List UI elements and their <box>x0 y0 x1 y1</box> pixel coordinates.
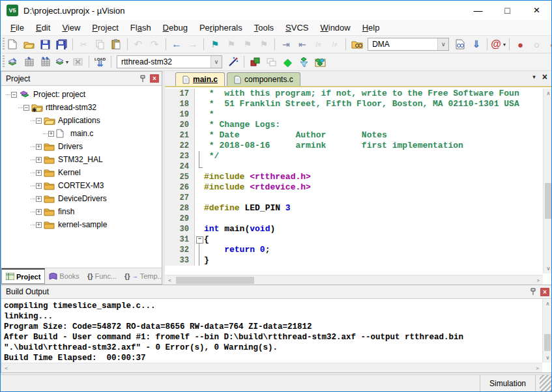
search-combo-arrow-icon[interactable]: ∨ <box>437 38 448 50</box>
tab-books[interactable]: Books <box>45 268 83 284</box>
breakpoint-kill-button[interactable]: ● <box>545 37 552 51</box>
editor-vertical-scrollbar[interactable]: ∧ ∨ <box>543 89 552 273</box>
tab-functions[interactable]: {} Func... <box>83 268 121 284</box>
incremental-find-button[interactable]: ⇓ <box>469 37 484 51</box>
code-line-18[interactable]: 18 * 51 Franklin Street, Fifth Floor, Bo… <box>165 99 543 109</box>
search-combo[interactable]: DMA ∨ <box>368 38 449 51</box>
batch-build-button[interactable]: ▾ <box>54 55 69 69</box>
build-output-text[interactable]: compiling timeslice_sample.c...linking..… <box>1 299 542 363</box>
navigate-forward-button[interactable]: → <box>185 37 200 51</box>
menu-project[interactable]: Project <box>86 21 124 35</box>
tree-item-cortex-m3[interactable]: +CORTEX-M3 <box>1 179 162 192</box>
code-line-22[interactable]: 22 * 2018-08-16 armink first implementat… <box>165 141 543 151</box>
build-output-close-icon[interactable]: × <box>540 288 549 296</box>
save-all-button[interactable] <box>54 37 69 51</box>
code-line-33[interactable]: 33} <box>165 255 543 266</box>
menu-svcs[interactable]: SVCS <box>280 21 314 35</box>
code-line-24[interactable]: 24 <box>165 161 543 172</box>
build-output-vertical-scrollbar[interactable]: ∧ ∨ <box>542 299 552 363</box>
uncomment-button[interactable]: /≠ <box>327 37 342 51</box>
navigate-back-button[interactable]: ← <box>169 37 184 51</box>
tree-item-project-project[interactable]: −Project: project <box>1 88 162 101</box>
rebuild-button[interactable] <box>38 55 53 69</box>
tab-project[interactable]: Project <box>1 268 45 284</box>
new-file-button[interactable] <box>5 37 20 51</box>
bo-scroll-down-icon[interactable]: ∨ <box>543 353 552 363</box>
expand-icon[interactable]: + <box>36 209 42 215</box>
pin-icon[interactable] <box>138 74 147 83</box>
menu-help[interactable]: Help <box>356 21 386 35</box>
menu-window[interactable]: Window <box>314 21 356 35</box>
scroll-up-icon[interactable]: ∧ <box>544 89 552 98</box>
outdent-button[interactable]: ⇤ <box>295 37 310 51</box>
tree-item-applications[interactable]: −Applications <box>1 114 162 127</box>
menu-tools[interactable]: Tools <box>248 21 280 35</box>
find-in-files-button[interactable] <box>349 37 364 51</box>
expand-icon[interactable]: + <box>36 170 42 176</box>
menu-flash[interactable]: Flash <box>124 21 157 35</box>
expand-icon[interactable]: + <box>36 157 42 163</box>
options-for-target-button[interactable] <box>225 55 240 69</box>
undo-button[interactable]: ↶ <box>131 37 146 51</box>
cut-button[interactable]: ✂ <box>76 37 91 51</box>
expand-icon[interactable]: + <box>36 144 42 150</box>
copy-button[interactable] <box>93 37 108 51</box>
toolbar-grip2[interactable] <box>3 55 5 68</box>
code-line-23[interactable]: 23 */ <box>165 151 543 161</box>
code-line-26[interactable]: 26#include <rtdevice.h> <box>165 182 543 193</box>
translate-button[interactable] <box>5 55 20 69</box>
project-panel-close-icon[interactable]: × <box>150 74 159 83</box>
menu-file[interactable]: File <box>5 21 30 35</box>
save-button[interactable] <box>38 37 53 51</box>
tree-item-kernel[interactable]: +Kernel <box>1 166 162 179</box>
stop-build-button[interactable] <box>70 55 85 69</box>
redo-button[interactable]: ↷ <box>147 37 162 51</box>
bookmark-clear-button[interactable]: ⚑ <box>256 37 271 51</box>
fold-collapse-icon[interactable] <box>195 234 204 245</box>
code-area[interactable]: 17 * with this program; if not, write to… <box>165 89 543 273</box>
tree-item-finsh[interactable]: +finsh <box>1 205 162 218</box>
build-output-pin-icon[interactable] <box>529 287 538 296</box>
tab-templates[interactable]: {}→ Temp... <box>121 268 167 284</box>
maximize-button[interactable]: □ <box>493 1 522 20</box>
paste-button[interactable] <box>109 37 124 51</box>
code-line-31[interactable]: 31{ <box>165 234 543 245</box>
breakpoint-toggle-button[interactable]: ● <box>513 37 528 51</box>
menu-view[interactable]: View <box>56 21 86 35</box>
code-line-30[interactable]: 30int main(void) <box>165 224 543 234</box>
comment-button[interactable]: /≡ <box>311 37 326 51</box>
bookmark-prev-button[interactable]: ⚑ <box>224 37 239 51</box>
editor-vscroll-thumb[interactable] <box>545 183 551 219</box>
bo-scroll-left-icon[interactable]: < <box>1 363 11 373</box>
build-output-horizontal-scrollbar[interactable]: < > <box>1 363 542 372</box>
tree-item-main-c[interactable]: +main.c <box>1 127 162 140</box>
collapse-icon[interactable]: − <box>11 92 17 98</box>
multi-project-button[interactable] <box>264 55 279 69</box>
tree-item-kernel-sample[interactable]: +kernel-sample <box>1 218 162 231</box>
close-button[interactable]: × <box>522 1 551 20</box>
code-line-19[interactable]: 19 * <box>165 109 543 120</box>
scroll-down-icon[interactable]: ∨ <box>544 264 552 273</box>
manage-project-items-button[interactable] <box>248 55 263 69</box>
resize-grip[interactable] <box>540 375 551 391</box>
code-line-17[interactable]: 17 * with this program; if not, write to… <box>165 89 543 99</box>
tree-item-stm32-hal[interactable]: +STM32_HAL <box>1 153 162 166</box>
collapse-icon[interactable]: − <box>23 105 29 111</box>
menu-edit[interactable]: Edit <box>30 21 56 35</box>
target-select[interactable]: rtthread-stm32 ∨ <box>117 55 222 68</box>
code-line-28[interactable]: 28#define LED_PIN 3 <box>165 203 543 214</box>
toolbar-grip[interactable] <box>3 38 5 51</box>
scroll-right-icon[interactable]: > <box>533 275 543 285</box>
pack-installer-button[interactable] <box>313 55 328 69</box>
find-in-document-button[interactable] <box>452 37 467 51</box>
bo-scroll-right-icon[interactable]: > <box>532 363 542 373</box>
lookup-caret-icon[interactable]: ▾ <box>503 42 506 48</box>
tree-item-rtthread-stm32[interactable]: −✱rtthread-stm32 <box>1 101 162 114</box>
code-line-29[interactable]: 29 <box>165 214 543 224</box>
lookup-button[interactable]: @ ▾ <box>491 37 506 51</box>
open-file-button[interactable] <box>22 37 36 51</box>
code-line-25[interactable]: 25#include <rtthread.h> <box>165 172 543 182</box>
scroll-left-icon[interactable]: < <box>165 275 175 285</box>
code-line-27[interactable]: 27 <box>165 193 543 203</box>
tab-list-dropdown-icon[interactable]: ▾ <box>532 74 536 80</box>
